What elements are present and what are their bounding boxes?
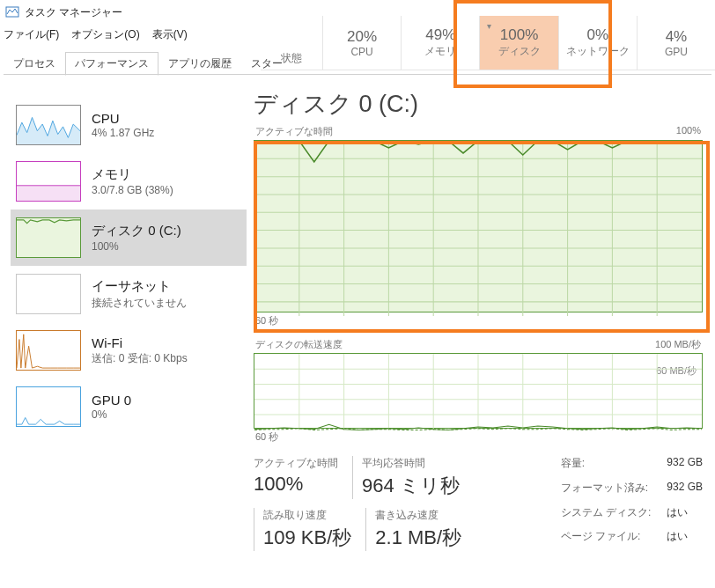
menu-options[interactable]: オプション(O): [71, 27, 139, 42]
stat-read: 読み取り速度 109 KB/秒: [254, 508, 365, 551]
thumb-disk: [16, 217, 81, 258]
sidebar-item-ethernet[interactable]: イーサネット 接続されていません: [11, 266, 247, 322]
chart2-label: ディスクの転送速度: [255, 338, 343, 351]
svg-rect-2: [17, 186, 80, 201]
chart1-canvas: [254, 140, 703, 312]
stats-right: 容量:932 GB フォーマット済み:932 GB システム ディスク:はい ペ…: [561, 456, 703, 551]
stat-write: 書き込み速度 2.1 MB/秒: [365, 508, 475, 551]
chart1-max: 100%: [676, 125, 701, 138]
tab-startup[interactable]: スター: [241, 52, 292, 76]
col-memory[interactable]: 49% メモリ: [401, 16, 479, 70]
stat-active: アクティブな時間 100%: [254, 456, 352, 499]
sidebar-item-cpu[interactable]: CPU 4% 1.87 GHz: [11, 97, 247, 153]
chart1-label: アクティブな時間: [255, 125, 333, 138]
thumb-ethernet: [16, 274, 81, 314]
chart2-canvas: 60 MB/秒: [254, 353, 703, 429]
sidebar: CPU 4% 1.87 GHz メモリ 3.0/7.8 GB (38%): [0, 88, 247, 588]
tab-history[interactable]: アプリの履歴: [158, 52, 241, 76]
app-icon: [5, 5, 19, 19]
tabs-row: プロセス パフォーマンス アプリの履歴 スター: [4, 53, 292, 76]
chart-active-time: アクティブな時間 100%: [254, 125, 703, 329]
col-disk[interactable]: ▾ 100% ディスク: [479, 16, 557, 70]
page-title: ディスク 0 (C:): [254, 88, 703, 120]
sidebar-item-disk[interactable]: ディスク 0 (C:) 100%: [11, 209, 247, 266]
tab-processes[interactable]: プロセス: [4, 52, 65, 76]
tab-performance[interactable]: パフォーマンス: [65, 52, 158, 76]
thumb-wifi: [16, 330, 81, 371]
window-title: タスク マネージャー: [25, 5, 122, 20]
chart2-max: 100 MB/秒: [655, 338, 701, 351]
menu-view[interactable]: 表示(V): [152, 27, 188, 42]
main: ディスク 0 (C:) アクティブな時間 100%: [247, 88, 715, 588]
chart-transfer: ディスクの転送速度 100 MB/秒 60 MB/秒: [254, 338, 703, 445]
col-network[interactable]: 0% ネットワーク: [558, 16, 637, 70]
col-cpu[interactable]: 20% CPU: [322, 16, 401, 70]
top-metrics: 状態 20% CPU 49% メモリ ▾ 100% ディスク 0% ネットワーク…: [261, 16, 715, 70]
menu-file[interactable]: ファイル(F): [4, 27, 59, 42]
sidebar-item-wifi[interactable]: Wi-Fi 送信: 0 受信: 0 Kbps: [11, 322, 247, 379]
stats: アクティブな時間 100% 平均応答時間 964 ミリ秒 読み取り速度 109 …: [254, 456, 703, 551]
sidebar-item-memory[interactable]: メモリ 3.0/7.8 GB (38%): [11, 153, 247, 209]
thumb-gpu: [16, 386, 81, 427]
chevron-down-icon: ▾: [487, 21, 491, 31]
svg-rect-4: [17, 218, 80, 257]
thumb-memory: [16, 161, 81, 202]
thumb-cpu: [16, 105, 81, 145]
col-gpu[interactable]: 4% GPU: [637, 16, 715, 70]
sidebar-item-gpu[interactable]: GPU 0 0%: [11, 379, 247, 435]
chart2-x: 60 秒: [254, 429, 703, 445]
stat-avg: 平均応答時間 964 ミリ秒: [352, 456, 474, 499]
